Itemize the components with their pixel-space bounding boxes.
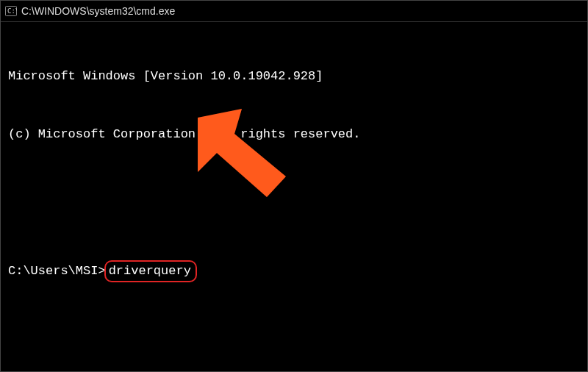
window-title: C:\WINDOWS\system32\cmd.exe [21, 5, 175, 17]
titlebar[interactable]: C:\ C:\WINDOWS\system32\cmd.exe [1, 1, 587, 22]
command-text: driverquery [109, 264, 191, 278]
terminal-output[interactable]: Microsoft Windows [Version 10.0.19042.92… [1, 22, 587, 372]
cmd-window: C:\ C:\WINDOWS\system32\cmd.exe Microsof… [0, 0, 588, 372]
blank-line [8, 338, 580, 357]
cmd-icon: C:\ [5, 5, 17, 17]
blank-line [8, 183, 580, 202]
command-highlight: driverquery [104, 260, 197, 282]
prompt-line: C:\Users\MSI>driverquery [8, 260, 580, 279]
version-line: Microsoft Windows [Version 10.0.19042.92… [8, 67, 580, 86]
svg-text:C:\: C:\ [7, 7, 17, 15]
copyright-line: (c) Microsoft Corporation. All rights re… [8, 125, 580, 144]
prompt-path: C:\Users\MSI> [8, 264, 106, 278]
